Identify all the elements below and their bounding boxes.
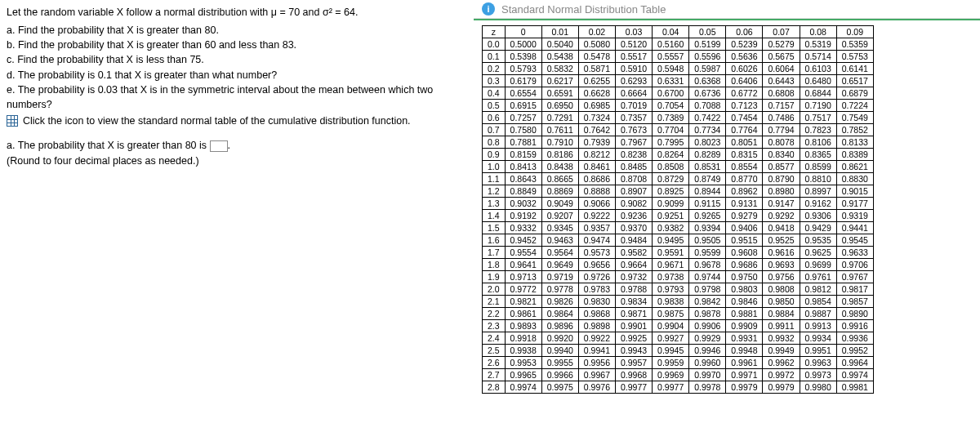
z-cell: 0.8413 [505, 161, 541, 173]
z-cell: 0.9292 [763, 210, 800, 222]
z-cell: 0.9940 [541, 345, 578, 357]
z-cell: 0.9916 [836, 320, 873, 332]
z-cell: 0.9236 [615, 210, 652, 222]
z-cell: 0.9934 [800, 332, 836, 345]
z-cell: 0.8264 [653, 149, 689, 161]
z-cell: 0.8686 [578, 173, 615, 185]
z-cell: 0.9952 [836, 345, 873, 357]
z-cell: 0.9918 [505, 332, 541, 345]
z-cell: 0.8790 [763, 173, 800, 185]
z-cell: 0.8461 [578, 161, 615, 173]
z-cell: 0.6368 [689, 75, 726, 87]
z-cell: 0.9898 [578, 320, 615, 332]
z-cell: 0.9656 [578, 259, 615, 271]
z-cell: 0.6443 [763, 75, 800, 87]
z-cell: 0.9972 [763, 369, 800, 381]
table-row: 0.80.78810.79100.79390.79670.79950.80230… [483, 136, 874, 149]
table-row: 0.10.53980.54380.54780.55170.55570.55960… [483, 51, 874, 63]
z-cell: 2.2 [483, 308, 506, 320]
z-col-head: 0.07 [763, 26, 800, 38]
z-cell: 0.8888 [578, 185, 615, 198]
z-cell: 0.9032 [505, 198, 541, 210]
table-row: 0.50.69150.69500.69850.70190.70540.70880… [483, 100, 874, 112]
z-col-head: 0.05 [689, 26, 726, 38]
z-cell: 0.7422 [689, 112, 726, 124]
z-cell: 0.9719 [541, 271, 578, 283]
z-cell: 1.7 [483, 247, 506, 259]
z-cell: 0.9564 [541, 247, 578, 259]
z-cell: 0.8508 [653, 161, 689, 173]
z-cell: 0.8925 [653, 185, 689, 198]
z-cell: 0.9767 [836, 271, 873, 283]
z-cell: 0.9761 [800, 271, 836, 283]
z-cell: 0.9945 [653, 345, 689, 357]
z-cell: 0.9938 [505, 345, 541, 357]
table-row: 0.90.81590.81860.82120.82380.82640.82890… [483, 149, 874, 161]
table-scroll[interactable]: z00.010.020.030.040.050.060.070.080.09 0… [474, 19, 980, 399]
z-cell: 0.9875 [653, 308, 689, 320]
z-cell: 0.9868 [578, 308, 615, 320]
z-cell: 0.7486 [763, 112, 800, 124]
part-c: c. Find the probability that X is less t… [7, 52, 467, 67]
z-cell: 0.9788 [615, 283, 652, 296]
z-cell: 0.8944 [689, 185, 726, 198]
z-cell: 2.5 [483, 345, 506, 357]
z-cell: 0.9969 [653, 369, 689, 381]
z-cell: 2.6 [483, 357, 506, 369]
z-cell: 0.6915 [505, 100, 541, 112]
z-cell: 0.5 [483, 100, 506, 112]
z-cell: 1.6 [483, 234, 506, 247]
z-cell: 0.9943 [615, 345, 652, 357]
z-cell: 0.8438 [541, 161, 578, 173]
z-cell: 0.5948 [653, 63, 689, 75]
z-cell: 0.9798 [689, 283, 726, 296]
z-cell: 1.5 [483, 222, 506, 234]
z-cell: 0.7157 [763, 100, 800, 112]
z-cell: 0.9429 [800, 222, 836, 234]
z-col-head: 0.09 [836, 26, 873, 38]
z-cell: 0.8599 [800, 161, 836, 173]
z-cell: 2.1 [483, 296, 506, 308]
z-cell: 0.9857 [836, 296, 873, 308]
z-cell: 0.7995 [653, 136, 689, 149]
z-cell: 0.8869 [541, 185, 578, 198]
z-cell: 0.7881 [505, 136, 541, 149]
z-cell: 0.8078 [763, 136, 800, 149]
z-cell: 0.9887 [800, 308, 836, 320]
table-row: 0.70.75800.76110.76420.76730.77040.77340… [483, 124, 874, 136]
table-row: 1.10.86430.86650.86860.87080.87290.87490… [483, 173, 874, 185]
z-cell: 0.9265 [689, 210, 726, 222]
z-cell: 0.5199 [689, 38, 726, 51]
z-cell: 0.8389 [836, 149, 873, 161]
table-row: 0.60.72570.72910.73240.73570.73890.74220… [483, 112, 874, 124]
z-cell: 0.9207 [541, 210, 578, 222]
z-cell: 0.9370 [615, 222, 652, 234]
z-cell: 0.9713 [505, 271, 541, 283]
z-cell: 0.9812 [800, 283, 836, 296]
z-cell: 0.8531 [689, 161, 726, 173]
z-cell: 0.5319 [800, 38, 836, 51]
z-cell: 2.7 [483, 369, 506, 381]
z-cell: 0.9965 [505, 369, 541, 381]
z-cell: 0.8340 [763, 149, 800, 161]
z-cell: 0.8315 [726, 149, 763, 161]
z-cell: 0.7357 [615, 112, 652, 124]
table-link[interactable]: Click the icon to view the standard norm… [7, 115, 467, 127]
z-cell: 0.9463 [541, 234, 578, 247]
z-cell: 0.9953 [505, 357, 541, 369]
z-cell: 0.9946 [689, 345, 726, 357]
z-cell: 0.6628 [578, 87, 615, 100]
z-cell: 0.9864 [541, 308, 578, 320]
z-cell: 0.6844 [800, 87, 836, 100]
z-cell: 0.9706 [836, 259, 873, 271]
answer-input-a[interactable] [210, 140, 228, 152]
z-cell: 0.9 [483, 149, 506, 161]
z-cell: 0.6554 [505, 87, 541, 100]
table-link-text: Click the icon to view the standard norm… [23, 115, 411, 127]
z-cell: 0.8708 [615, 173, 652, 185]
z-cell: 0.7257 [505, 112, 541, 124]
z-cell: 0.5987 [689, 63, 726, 75]
z-cell: 0.9345 [541, 222, 578, 234]
z-cell: 0.9974 [505, 381, 541, 394]
table-row: 1.20.88490.88690.88880.89070.89250.89440… [483, 185, 874, 198]
